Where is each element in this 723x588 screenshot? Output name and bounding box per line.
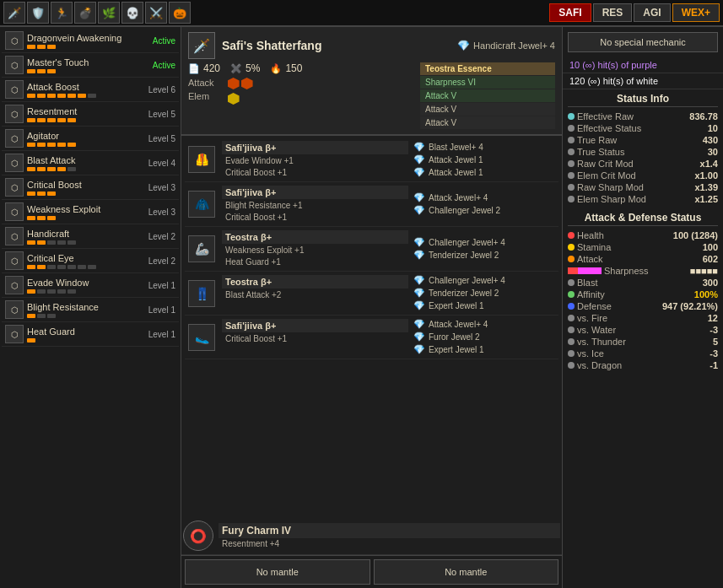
stat-label: True Raw — [568, 135, 617, 145]
stat-dot — [568, 362, 575, 369]
jewel-gem-icon: 💎 — [413, 319, 425, 330]
jewel-row: 💎Tenderizer Jewel 2 — [413, 288, 557, 299]
skill-row[interactable]: ⬡Evade WindowLevel 1 — [2, 273, 179, 298]
jewel-row: 💎Furor Jewel 2 — [413, 332, 557, 343]
stat-line: Raw Crit Modx1.4 — [568, 158, 718, 170]
icon-shield[interactable]: 🛡️ — [27, 2, 49, 24]
skill-bar — [67, 289, 76, 294]
stat-label: Sharpness — [568, 266, 649, 276]
stat-line: Sharpness■■■■■ — [568, 265, 718, 277]
skill-row[interactable]: ⬡Attack BoostLevel 6 — [2, 78, 179, 102]
jewel-name: Attack Jewel 1 — [429, 155, 483, 165]
mantle-btn-2[interactable]: No mantle — [374, 559, 559, 585]
tab-res[interactable]: RES — [593, 3, 633, 22]
stat-line: Effective Status10 — [568, 122, 718, 134]
jewel-name: Expert Jewel 1 — [429, 301, 484, 310]
skill-level: Level 3 — [148, 208, 175, 217]
stat-value: x1.4 — [700, 159, 718, 169]
mantle-btn-1[interactable]: No mantle — [185, 559, 370, 585]
skill-name: Resentment — [27, 106, 145, 116]
icon-leaf[interactable]: 🌿 — [98, 2, 120, 24]
weapon-stats: 📄 420 ✖️ 5% 🔥 150 — [188, 62, 413, 74]
stat-value: -3 — [710, 348, 718, 359]
skill-row[interactable]: ⬡AgitatorLevel 5 — [2, 127, 179, 151]
skill-bar — [67, 167, 76, 171]
skill-row[interactable]: ⬡Blight ResistanceLevel 1 — [2, 298, 179, 322]
stat-line: Elem Sharp Modx1.25 — [568, 193, 718, 205]
skill-bar — [67, 143, 76, 147]
element-value: 150 — [285, 62, 302, 74]
armor-row[interactable]: 🦾Teostra β+Weakness Exploit +1Heat Guard… — [185, 227, 558, 272]
tab-safi[interactable]: SAFI — [549, 3, 591, 22]
skill-row[interactable]: ⬡Critical EyeLevel 2 — [2, 249, 179, 273]
stat-line: Blast300 — [568, 277, 718, 289]
icon-crossed[interactable]: ⚔️ — [145, 2, 167, 24]
armor-row[interactable]: 🧥Safi'jiiva β+Blight Resistance +1Critic… — [185, 182, 558, 227]
skill-bar — [67, 240, 76, 245]
skill-row[interactable]: ⬡Heat GuardLevel 1 — [2, 322, 179, 347]
skill-bar — [67, 94, 76, 98]
icon-bomb[interactable]: 💣 — [74, 2, 96, 24]
skill-bars — [27, 338, 145, 343]
stat-label: True Status — [568, 147, 624, 157]
charm-row: ⭕ Fury Charm IV Resentment +4 — [181, 517, 562, 555]
skill-row[interactable]: ⬡Blast AttackLevel 4 — [2, 151, 179, 175]
armor-skill: Weakness Exploit +1 — [222, 245, 408, 256]
skill-bar — [67, 265, 76, 269]
armor-skill: Critical Boost +1 — [222, 333, 408, 344]
stat-line: True Raw430 — [568, 134, 718, 146]
skill-bars — [27, 192, 145, 196]
icon-skull[interactable]: 💀 — [121, 2, 143, 24]
tab-agi[interactable]: AGI — [634, 3, 670, 22]
stat-value: 430 — [703, 135, 718, 145]
stat-value: ■■■■■ — [690, 266, 718, 276]
skill-name: Weakness Exploit — [27, 204, 145, 214]
stat-dot — [568, 315, 575, 321]
special-mechanic-btn[interactable]: No special mechanic — [568, 32, 718, 52]
skill-name: Critical Eye — [27, 253, 145, 263]
stat-value: 300 — [703, 278, 718, 288]
skill-bars — [27, 314, 145, 318]
skill-bar — [88, 94, 96, 98]
armor-skill: Evade Window +1 — [222, 155, 408, 166]
stat-label: vs. Fire — [568, 313, 607, 323]
stat-value: 100% — [694, 289, 718, 299]
icon-run[interactable]: 🏃 — [51, 2, 73, 24]
skill-row[interactable]: ⬡Critical BoostLevel 3 — [2, 175, 179, 200]
skill-bar — [37, 143, 46, 147]
skill-level: Level 2 — [148, 232, 175, 241]
skill-bars — [27, 143, 145, 147]
skill-bar — [47, 118, 56, 122]
armor-row[interactable]: 🥿Safi'jiiva β+Critical Boost +1💎Attack J… — [185, 316, 558, 359]
equipment-panel: 🗡️ Safi's Shatterfang 💎 Handicraft Jewel… — [181, 27, 563, 588]
skill-bar — [37, 289, 46, 294]
stat-label: Attack — [568, 254, 603, 264]
skill-row[interactable]: ⬡ResentmentLevel 5 — [2, 102, 179, 127]
skill-bar — [47, 314, 56, 318]
jewel-name: Challenger Jewel+ 4 — [429, 276, 505, 285]
jewel-gem-icon: 💎 — [413, 344, 425, 355]
skill-bar — [57, 167, 66, 171]
charm-icon: ⭕ — [183, 521, 213, 551]
skill-level: Level 5 — [148, 134, 175, 143]
skill-bar — [57, 240, 66, 245]
stat-value: x1.00 — [694, 170, 718, 181]
skill-bar — [27, 216, 35, 220]
stat-line: Defense947 (92.21%) — [568, 300, 718, 312]
skill-name: Critical Boost — [27, 180, 145, 190]
icon-sword[interactable]: 🗡️ — [3, 2, 25, 24]
skill-row[interactable]: ⬡Weakness ExploitLevel 3 — [2, 200, 179, 224]
skill-row[interactable]: ⬡Master's TouchActive — [2, 53, 179, 78]
tab-wex[interactable]: WEX+ — [672, 3, 720, 22]
skill-bar — [27, 289, 35, 294]
hex1 — [228, 78, 240, 89]
set-bonus-3: Attack V — [420, 103, 555, 116]
stat-value: 5 — [713, 337, 718, 347]
skill-row[interactable]: ⬡Dragonvein AwakeningActive — [2, 29, 179, 53]
armor-row[interactable]: 👖Teostra β+Blast Attack +2💎Challenger Je… — [185, 272, 558, 316]
icon-pumpkin[interactable]: 🎃 — [169, 2, 191, 24]
skill-row[interactable]: ⬡HandicraftLevel 2 — [2, 224, 179, 249]
element-icon: 🔥 — [270, 63, 282, 74]
skill-icon: ⬡ — [5, 202, 24, 221]
armor-row[interactable]: 🦺Safi'jiiva β+Evade Window +1Critical Bo… — [185, 138, 558, 182]
